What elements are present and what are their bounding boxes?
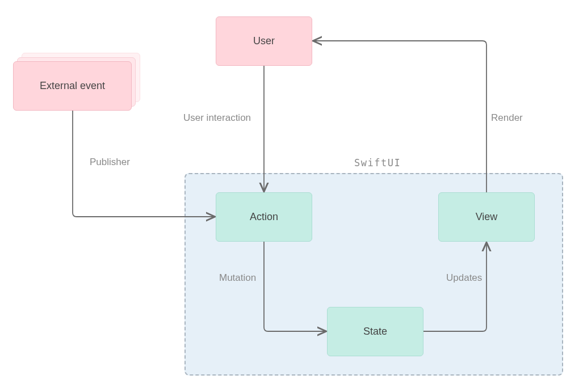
- state-node: State: [327, 307, 423, 356]
- external-event-text: External event: [40, 80, 105, 92]
- view-text: View: [476, 211, 498, 223]
- external-event-node: External event: [13, 61, 132, 111]
- publisher-label: Publisher: [90, 157, 130, 168]
- updates-label: Updates: [446, 272, 482, 284]
- view-node: View: [438, 192, 535, 242]
- render-label: Render: [491, 112, 523, 124]
- mutation-label: Mutation: [219, 272, 256, 284]
- user-node: User: [216, 16, 312, 66]
- user-text: User: [253, 35, 275, 47]
- user-interaction-label: User interaction: [183, 112, 251, 124]
- state-text: State: [363, 326, 387, 338]
- action-node: Action: [216, 192, 312, 242]
- swiftui-label: SwiftUI: [354, 157, 401, 168]
- action-text: Action: [250, 211, 278, 223]
